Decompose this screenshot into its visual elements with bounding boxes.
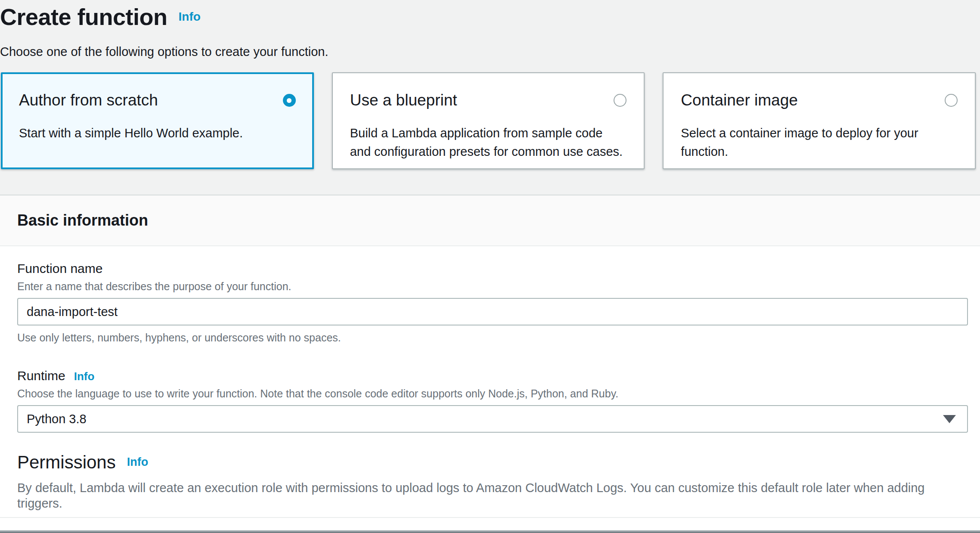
runtime-description: Choose the language to use to write your… [17,387,968,400]
page-header: Create functionInfo [0,0,980,31]
function-name-field: Function name Enter a name that describe… [17,261,968,344]
runtime-select[interactable]: Python 3.8 [17,405,968,433]
function-name-label: Function name [17,261,968,276]
option-description: Select a container image to deploy for y… [681,124,958,161]
option-card-header: Container image [681,90,958,110]
option-card-header: Author from scratch [19,90,296,110]
runtime-field: RuntimeInfo Choose the language to use t… [17,368,968,433]
page-subtitle: Choose one of the following options to c… [0,44,980,59]
runtime-selected-value: Python 3.8 [27,412,87,426]
function-name-description: Enter a name that describes the purpose … [17,280,968,293]
function-name-hint: Use only letters, numbers, hyphens, or u… [17,332,968,344]
create-function-page: Create functionInfo Choose one of the fo… [0,0,980,533]
basic-information-heading: Basic information [17,211,963,230]
option-card-header: Use a blueprint [350,90,627,110]
basic-information-panel-header: Basic information [0,195,980,246]
radio-unselected-icon[interactable] [945,94,958,107]
option-title: Use a blueprint [350,90,457,110]
basic-information-panel-body: Function name Enter a name that describe… [0,246,980,517]
permissions-description: By default, Lambda will create an execut… [17,480,968,511]
basic-information-panel: Basic information Function name Enter a … [0,195,980,533]
option-title: Container image [681,90,797,110]
runtime-label-row: RuntimeInfo [17,368,968,384]
option-card-author-from-scratch[interactable]: Author from scratch Start with a simple … [1,72,314,169]
runtime-info-link[interactable]: Info [74,370,95,383]
option-card-container-image[interactable]: Container image Select a container image… [663,72,976,169]
permissions-info-link[interactable]: Info [127,456,148,468]
option-description: Start with a simple Hello World example. [19,124,296,143]
radio-unselected-icon[interactable] [614,94,626,107]
bottom-divider [0,530,980,533]
caret-down-icon [943,415,956,423]
page-title-info-link[interactable]: Info [179,10,201,23]
option-title: Author from scratch [19,90,158,110]
creation-option-cards: Author from scratch Start with a simple … [1,72,976,169]
runtime-label: Runtime [17,369,65,383]
function-name-input[interactable] [17,298,968,325]
permissions-heading: Permissions [17,452,116,472]
option-description: Build a Lambda application from sample c… [350,124,627,161]
permissions-header: PermissionsInfo [17,452,968,473]
page-title: Create function [0,4,167,30]
radio-selected-icon[interactable] [283,94,296,107]
option-card-use-a-blueprint[interactable]: Use a blueprint Build a Lambda applicati… [332,72,645,169]
permissions-section: PermissionsInfo By default, Lambda will … [17,452,968,517]
